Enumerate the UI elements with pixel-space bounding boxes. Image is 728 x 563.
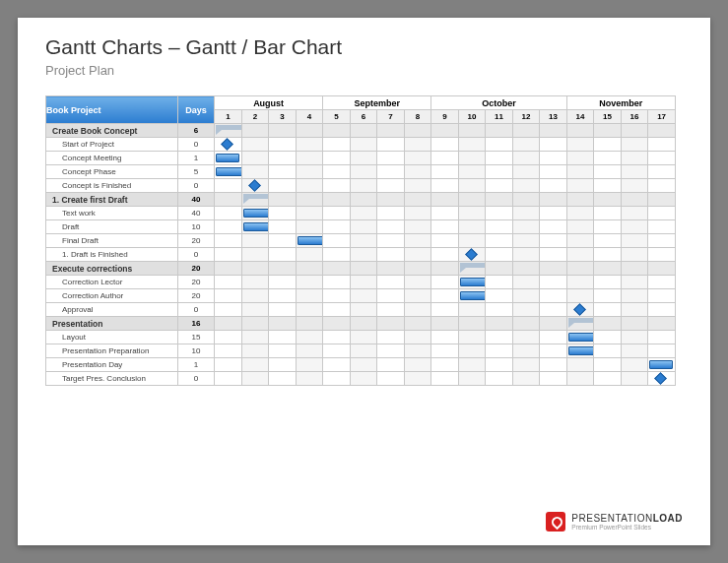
task-label: Concept Phase (46, 165, 178, 179)
gantt-cell (350, 248, 377, 262)
gantt-cell (458, 165, 486, 179)
gantt-cell (458, 179, 486, 193)
gantt-cell (241, 248, 269, 262)
gantt-cell (269, 372, 297, 386)
gantt-cell (594, 220, 622, 234)
gantt-cell (269, 317, 297, 331)
gantt-cell (269, 234, 297, 248)
gantt-cell (594, 303, 622, 317)
gantt-cell (512, 152, 540, 165)
gantt-cell (648, 317, 676, 331)
gantt-cell (323, 193, 351, 207)
gantt-cell (404, 248, 431, 262)
milestone-diamond-icon (221, 138, 233, 151)
gantt-cell (323, 248, 351, 262)
gantt-cell (512, 289, 540, 303)
gantt-cell (458, 289, 486, 303)
gantt-cell (431, 358, 459, 372)
gantt-cell (486, 193, 513, 207)
gantt-cell (512, 124, 540, 138)
gantt-cell (241, 124, 269, 138)
gantt-cell (486, 179, 513, 193)
gantt-cell (215, 317, 242, 331)
gantt-cell (512, 372, 540, 386)
brand-text: PRESENTATIONLOAD Premium PowerPoint Slid… (571, 513, 683, 531)
gantt-bar (216, 167, 241, 176)
gantt-cell (621, 138, 648, 152)
week-header: 2 (241, 110, 269, 124)
gantt-cell (486, 372, 513, 386)
gantt-cell (648, 262, 676, 276)
task-label: 1. Draft is Finished (46, 248, 178, 262)
gantt-cell (215, 138, 242, 152)
gantt-cell (377, 303, 405, 317)
task-label: Presentation Preparation (46, 344, 178, 358)
gantt-cell (621, 207, 648, 220)
gantt-cell (594, 207, 622, 220)
week-header: 13 (540, 110, 567, 124)
gantt-cell (431, 193, 459, 207)
week-header: 11 (486, 110, 513, 124)
gantt-cell (215, 207, 242, 220)
slide-subtitle: Project Plan (45, 63, 683, 78)
gantt-cell (269, 289, 297, 303)
gantt-cell (215, 331, 242, 344)
gantt-cell (215, 344, 242, 358)
gantt-cell (486, 234, 513, 248)
gantt-cell (241, 331, 269, 344)
gantt-cell (215, 165, 242, 179)
gantt-cell (350, 234, 377, 248)
gantt-cell (296, 276, 323, 289)
gantt-cell (594, 165, 622, 179)
gantt-cell (458, 152, 486, 165)
gantt-cell (594, 276, 622, 289)
gantt-cell (350, 303, 377, 317)
gantt-cell (431, 124, 459, 138)
gantt-cell (594, 344, 622, 358)
gantt-cell (215, 303, 242, 317)
gantt-cell (648, 152, 676, 165)
gantt-cell (648, 331, 676, 344)
gantt-cell (594, 289, 622, 303)
gantt-cell (594, 372, 622, 386)
gantt-cell (241, 138, 269, 152)
gantt-cell (404, 152, 431, 165)
gantt-cell (241, 344, 269, 358)
gantt-task-row: Correction Author20 (46, 289, 676, 303)
gantt-cell (566, 262, 594, 276)
gantt-bar (568, 333, 594, 342)
gantt-cell (377, 179, 405, 193)
task-label: Layout (46, 331, 178, 344)
gantt-cell (404, 138, 431, 152)
gantt-cell (377, 289, 405, 303)
gantt-cell (431, 248, 459, 262)
gantt-cell (458, 220, 486, 234)
week-header: 8 (404, 110, 431, 124)
gantt-cell (486, 358, 513, 372)
week-header: 4 (296, 110, 323, 124)
gantt-bar (568, 346, 594, 355)
task-label: Start of Project (46, 138, 178, 152)
gantt-cell (377, 234, 405, 248)
gantt-bar (298, 236, 323, 245)
gantt-cell (296, 124, 323, 138)
gantt-cell (215, 358, 242, 372)
gantt-cell (404, 344, 431, 358)
gantt-cell (540, 276, 567, 289)
gantt-cell (377, 372, 405, 386)
gantt-cell (296, 220, 323, 234)
days-value: 0 (178, 138, 215, 152)
days-value: 0 (178, 372, 215, 386)
gantt-task-row: Presentation Day1 (46, 358, 676, 372)
gantt-cell (404, 179, 431, 193)
week-header: 6 (350, 110, 377, 124)
days-value: 20 (178, 276, 215, 289)
gantt-cell (296, 179, 323, 193)
gantt-cell (241, 179, 269, 193)
gantt-cell (269, 276, 297, 289)
week-header: 15 (594, 110, 622, 124)
gantt-cell (431, 207, 459, 220)
gantt-cell (648, 179, 676, 193)
gantt-bar (243, 222, 269, 231)
gantt-cell (296, 372, 323, 386)
